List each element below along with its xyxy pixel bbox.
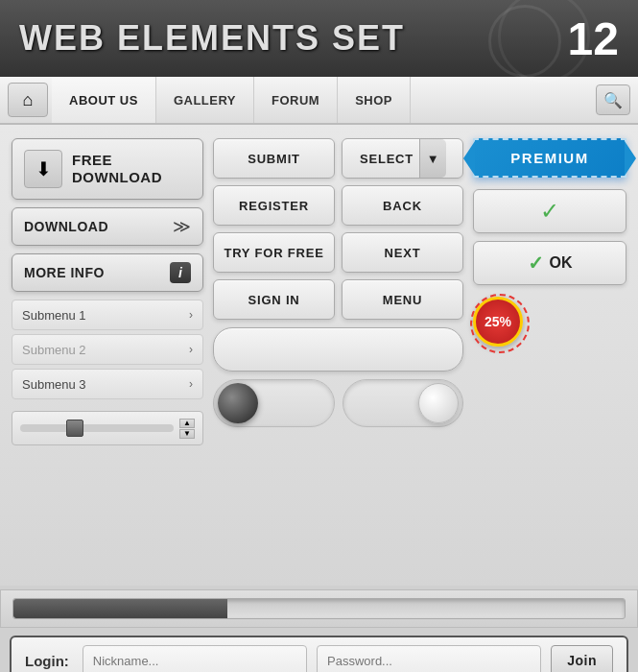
info-badge-icon: i: [170, 262, 191, 283]
toggle-row: [213, 379, 463, 427]
scroll-control: ▲ ▼: [12, 411, 203, 445]
more-info-button[interactable]: MORE INFO i: [12, 253, 203, 292]
discount-area: 25%: [473, 297, 626, 347]
scroll-track: [20, 424, 174, 432]
login-bar: Login: Join: [10, 636, 628, 672]
nav-about-us[interactable]: ABOUT US: [52, 77, 156, 123]
submenu-item-2[interactable]: Submenu 2 ›: [12, 334, 203, 365]
password-input[interactable]: [317, 645, 541, 672]
ok-check-icon: ✓: [528, 252, 544, 275]
checkmark-button[interactable]: ✓: [473, 189, 626, 233]
toggle-light[interactable]: [343, 379, 464, 427]
center-column: SUBMIT SELECT ▼ REGISTER BACK TRY FOR FR…: [213, 138, 463, 572]
nav-gallery[interactable]: GALLERY: [156, 77, 254, 123]
left-column: ⬇ FREE DOWNLOAD DOWNLOAD ≫ MORE INFO i S…: [12, 138, 203, 572]
premium-label: PREMIUM: [510, 150, 588, 166]
right-column: PREMIUM ✓ ✓ OK 25%: [473, 138, 626, 572]
progress-fill: [13, 599, 227, 618]
scroll-thumb[interactable]: [66, 420, 83, 437]
scroll-buttons: ▲ ▼: [179, 419, 195, 439]
scroll-up-button[interactable]: ▲: [179, 419, 195, 428]
download-label: DOWNLOAD: [24, 219, 108, 234]
submenu-item-3[interactable]: Submenu 3 ›: [12, 369, 203, 399]
back-button[interactable]: BACK: [342, 185, 463, 226]
chevron-right-icon-3: ›: [189, 377, 193, 391]
toggle-dark[interactable]: [213, 379, 335, 427]
submenu-label-1: Submenu 1: [22, 308, 86, 323]
main-content: ⬇ FREE DOWNLOAD DOWNLOAD ≫ MORE INFO i S…: [0, 125, 638, 586]
header: WEB ELEMENTS SET 12: [0, 0, 638, 77]
submit-button[interactable]: SUBMIT: [213, 138, 335, 179]
home-button[interactable]: ⌂: [8, 83, 48, 117]
double-arrow-icon: ≫: [173, 216, 191, 237]
button-grid: SUBMIT SELECT ▼ REGISTER BACK TRY FOR FR…: [213, 138, 463, 320]
search-button[interactable]: 🔍: [596, 84, 630, 115]
toggle-knob-dark: [218, 383, 258, 423]
sign-in-button[interactable]: SIGN IN: [213, 279, 335, 320]
download-icon: ⬇: [24, 150, 62, 188]
login-label: Login:: [25, 653, 69, 669]
progress-area: [0, 589, 638, 628]
toggle-knob-light: [418, 383, 459, 423]
progress-track: [12, 598, 626, 619]
submenu-label-3: Submenu 3: [22, 377, 86, 392]
chevron-right-icon-1: ›: [189, 308, 193, 322]
submenu-list: Submenu 1 › Submenu 2 › Submenu 3 ›: [12, 300, 203, 399]
download-button[interactable]: DOWNLOAD ≫: [12, 207, 203, 246]
chevron-right-icon-2: ›: [189, 343, 193, 356]
free-download-button[interactable]: ⬇ FREE DOWNLOAD: [12, 138, 203, 200]
search-icon: 🔍: [603, 91, 623, 109]
join-button[interactable]: Join: [551, 645, 613, 672]
ok-label: OK: [550, 254, 573, 272]
navbar: ⌂ ABOUT US GALLERY FORUM SHOP 🔍: [0, 77, 638, 125]
wide-button[interactable]: [213, 327, 463, 372]
nickname-input[interactable]: [83, 645, 307, 672]
submenu-item-1[interactable]: Submenu 1 ›: [12, 300, 203, 330]
nav-shop[interactable]: SHOP: [338, 77, 411, 123]
select-dropdown-icon: ▼: [419, 139, 446, 178]
free-download-label: FREE DOWNLOAD: [72, 152, 162, 186]
next-button[interactable]: NEXT: [342, 232, 463, 273]
register-button[interactable]: REGISTER: [213, 185, 335, 226]
more-info-label: MORE INFO: [24, 265, 105, 280]
menu-button[interactable]: MENU: [342, 279, 463, 320]
premium-banner: PREMIUM: [473, 138, 626, 178]
submenu-label-2: Submenu 2: [22, 343, 86, 357]
ok-button[interactable]: ✓ OK: [473, 241, 626, 285]
select-button[interactable]: SELECT ▼: [342, 138, 463, 179]
header-number: 12: [568, 12, 619, 65]
try-for-free-button[interactable]: TRY FOR FREE: [213, 232, 335, 273]
scroll-down-button[interactable]: ▼: [179, 429, 195, 439]
header-title: WEB ELEMENTS SET: [19, 18, 568, 59]
discount-label: 25%: [484, 314, 511, 329]
discount-seal: 25%: [473, 297, 523, 347]
checkmark-icon: ✓: [540, 198, 559, 225]
nav-forum[interactable]: FORUM: [254, 77, 338, 123]
